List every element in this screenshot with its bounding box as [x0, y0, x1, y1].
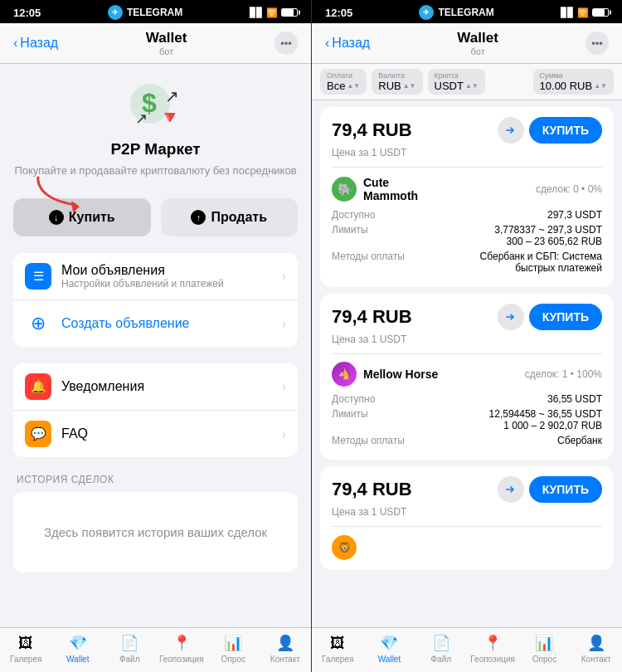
listing-2-limits: Лимиты 12,594458 ~ 36,55 USDT1 000 – 2 9… [332, 408, 602, 431]
share-icon-2 [505, 311, 517, 323]
svg-text:🔻: 🔻 [158, 106, 182, 129]
listing-3-buy-btn[interactable]: КУПИТЬ [529, 476, 602, 503]
chat-icon: 💬 [25, 421, 51, 447]
listing-3: 79,4 RUB КУПИТЬ Цена за 1 USDT 🦁 [320, 466, 614, 570]
nav-center-right: Wallet бот [457, 30, 498, 56]
filter-currency[interactable]: Валюта RUB ▲▼ [372, 69, 422, 95]
p2p-logo: $ ↗ 🔻 ↗ [127, 80, 185, 130]
seller-1-name: CuteMammoth [363, 176, 418, 202]
listing-2-buy-btn[interactable]: КУПИТЬ [529, 304, 602, 330]
poll-icon-right: 📊 [534, 633, 554, 653]
tab-contact-left[interactable]: 👤 Контакт [260, 633, 312, 664]
share-icon-1 [505, 124, 517, 136]
seller-1-stats: сделок: 0 • 0% [536, 183, 602, 195]
back-button-left[interactable]: ‹ Назад [13, 36, 58, 51]
listing-3-price: 79,4 RUB [332, 479, 412, 500]
history-section-label: ИСТОРИЯ СДЕЛОК [13, 474, 298, 485]
tab-wallet-right[interactable]: 💎 Wallet [363, 633, 415, 664]
back-button-right[interactable]: ‹ Назад [325, 36, 370, 51]
contact-icon-left: 👤 [275, 633, 295, 653]
status-icons-left: ▊▊ 🛜 [250, 7, 298, 18]
plus-circle-icon: ⊕ [25, 310, 51, 337]
menu-section-1: ☰ Мои объявления Настройки объявлений и … [13, 253, 298, 347]
status-bar-right: 12:05 ✈ TELEGRAM ▊▊ 🛜 [312, 0, 622, 23]
filter-amount[interactable]: Сумма 10.00 RUB ▲▼ [533, 69, 614, 95]
listing-2: 79,4 RUB КУПИТЬ Цена за 1 USDT 🐴 Mellow … [320, 294, 614, 460]
seller-2-name: Mellow Horse [363, 368, 438, 381]
share-icon-3 [505, 484, 517, 495]
notifications-item[interactable]: 🔔 Уведомления › [13, 363, 298, 411]
tab-contact-label-left: Контакт [270, 655, 300, 664]
filter-currency-label: Валюта [378, 71, 405, 80]
seller-2-avatar: 🐴 [332, 362, 357, 387]
filter-crypto-label: Крипта [435, 71, 459, 80]
filter-payment[interactable]: Оплата Все ▲▼ [320, 69, 367, 95]
more-button-left[interactable]: ••• [275, 32, 298, 55]
faq-item[interactable]: 💬 FAQ › [13, 411, 298, 457]
tab-poll-label-right: Опрос [532, 655, 556, 664]
tab-geo-right[interactable]: 📍 Геопозиция [467, 633, 518, 664]
my-listings-text: Мои объявления Настройки объявлений и пл… [61, 263, 282, 290]
my-listings-label: Мои объявления [61, 263, 282, 278]
telegram-icon-left: ✈ [108, 5, 123, 20]
listing-2-price-row: 79,4 RUB КУПИТЬ [332, 304, 602, 330]
create-listing-item[interactable]: ⊕ Создать объявление › [13, 300, 298, 347]
right-screen: 12:05 ✈ TELEGRAM ▊▊ 🛜 ‹ Назад Wallet бот… [311, 0, 622, 672]
tab-wallet-left[interactable]: 💎 Wallet [52, 633, 104, 664]
sell-button[interactable]: ↑ Продать [161, 198, 299, 236]
filter-crypto-value: USDT ▲▼ [435, 80, 479, 92]
listing-2-price: 79,4 RUB [332, 306, 412, 328]
listing-1-payment: Методы оплаты Сбербанк и СБП: Система бы… [332, 251, 602, 274]
p2p-header: $ ↗ 🔻 ↗ P2P Маркет Покупайте и продавайт… [13, 80, 298, 178]
svg-text:↗: ↗ [165, 87, 179, 105]
filter-currency-value: RUB ▲▼ [378, 80, 415, 92]
battery-right [592, 8, 609, 17]
tab-gallery-left[interactable]: 🖼 Галерея [0, 633, 52, 664]
gallery-icon-right: 🖼 [328, 633, 347, 653]
my-listings-item[interactable]: ☰ Мои объявления Настройки объявлений и … [13, 253, 298, 300]
tab-contact-right[interactable]: 👤 Контакт [571, 633, 622, 664]
filter-crypto[interactable]: Крипта USDT ▲▼ [428, 69, 485, 95]
tab-poll-right[interactable]: 📊 Опрос [518, 633, 570, 664]
listing-1-price-row: 79,4 RUB КУПИТЬ [332, 117, 602, 144]
tab-poll-left[interactable]: 📊 Опрос [207, 633, 260, 664]
tab-gallery-right[interactable]: 🖼 Галерея [312, 633, 363, 664]
listing-1-share-btn[interactable] [498, 117, 524, 144]
filter-payment-label: Оплата [327, 71, 352, 80]
tab-bar-right: 🖼 Галерея 💎 Wallet 📄 Файл 📍 Геопозиция 📊… [312, 627, 622, 672]
listing-3-seller-partial: 🦁 [332, 535, 602, 560]
status-bar-left: 12:05 ✈ TELEGRAM ▊▊ 🛜 [0, 0, 311, 23]
nav-subtitle-left: бот [146, 46, 187, 56]
listing-1-buy-btn[interactable]: КУПИТЬ [529, 117, 602, 144]
listing-1: 79,4 RUB КУПИТЬ Цена за 1 USDT 🐘 CuteMam… [320, 107, 614, 287]
tab-geo-label-right: Геопозиция [470, 655, 515, 664]
telegram-icon-right: ✈ [419, 5, 434, 20]
filter-amount-label: Сумма [540, 71, 563, 80]
tab-file-left[interactable]: 📄 Файл [104, 633, 156, 664]
tab-geo-left[interactable]: 📍 Геопозиция [156, 633, 208, 664]
time-left: 12:05 [13, 7, 41, 19]
listing-2-payment: Методы оплаты Сбербанк [332, 435, 602, 446]
network-right: ✈ TELEGRAM [419, 5, 493, 20]
tab-file-right[interactable]: 📄 Файл [415, 633, 467, 664]
listing-2-price-sub: Цена за 1 USDT [332, 334, 602, 345]
create-listing-text: Создать объявление [61, 316, 282, 331]
notifications-label: Уведомления [61, 379, 282, 394]
listing-3-share-btn[interactable] [498, 476, 524, 503]
tab-gallery-label-left: Галерея [10, 655, 41, 664]
more-button-right[interactable]: ••• [586, 32, 609, 55]
listing-3-price-sub: Цена за 1 USDT [332, 506, 602, 518]
network-left: ✈ TELEGRAM [108, 5, 182, 20]
list-icon: ☰ [25, 263, 51, 290]
faq-label: FAQ [61, 426, 282, 441]
nav-center-left: Wallet бот [146, 30, 187, 56]
p2p-title: P2P Маркет [110, 140, 200, 158]
back-label-right: Назад [332, 36, 370, 51]
listing-2-share-btn[interactable] [498, 304, 524, 330]
nav-title-left: Wallet [146, 30, 187, 46]
tab-bar-left: 🖼 Галерея 💎 Wallet 📄 Файл 📍 Геопозиция 📊… [0, 627, 311, 672]
chevron-left-icon: ‹ [13, 36, 17, 51]
menu-section-2: 🔔 Уведомления › 💬 FAQ › [13, 363, 298, 457]
tab-file-label-right: Файл [431, 655, 452, 664]
red-arrow-icon [30, 173, 104, 215]
